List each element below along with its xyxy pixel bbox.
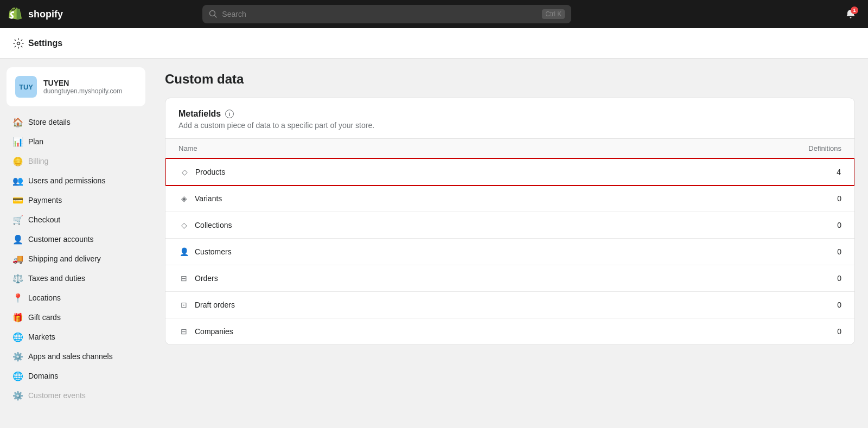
user-info: TUYEN duongtuyen.myshopify.com	[43, 79, 122, 95]
row-count-orders: 0	[837, 274, 841, 283]
main-content: Custom data Metafields i Add a custom pi…	[152, 59, 868, 428]
table-header: Name Definitions	[165, 139, 854, 158]
row-left-variants: ◈ Variants	[178, 193, 222, 204]
payments-icon: 💳	[13, 195, 23, 205]
sidebar-item-domains[interactable]: 🌐 Domains	[7, 367, 145, 385]
sidebar-item-label-gift-cards: Gift cards	[28, 313, 61, 322]
sidebar-item-label-apps-sales: Apps and sales channels	[28, 352, 113, 361]
sidebar-item-label-store-details: Store details	[28, 118, 71, 126]
card-header-subtitle: Add a custom piece of data to a specific…	[178, 121, 841, 130]
sidebar-item-plan[interactable]: 📊 Plan	[7, 132, 145, 151]
sidebar-item-label-billing: Billing	[28, 157, 48, 165]
info-icon[interactable]: i	[225, 110, 234, 118]
user-name: TUYEN	[43, 79, 122, 87]
sidebar-item-gift-cards[interactable]: 🎁 Gift cards	[7, 308, 145, 327]
table-row-draft-orders[interactable]: ⊡ Draft orders 0	[165, 292, 854, 318]
search-shortcut: Ctrl K	[542, 9, 565, 19]
sidebar-item-payments[interactable]: 💳 Payments	[7, 191, 145, 209]
top-navigation: shopify Ctrl K 1	[0, 0, 868, 28]
shipping-delivery-icon: 🚚	[13, 254, 23, 264]
row-label-draft-orders: Draft orders	[195, 301, 235, 309]
sidebar-item-label-checkout: Checkout	[28, 215, 60, 224]
locations-icon: 📍	[13, 293, 23, 303]
row-count-customers: 0	[837, 247, 841, 256]
page-title: Custom data	[165, 72, 855, 87]
shopify-logo[interactable]: shopify	[9, 7, 63, 22]
sidebar-item-customer-accounts[interactable]: 👤 Customer accounts	[7, 230, 145, 248]
products-icon: ◇	[179, 167, 190, 177]
notification-button[interactable]: 1	[842, 5, 859, 23]
collections-icon: ◇	[178, 220, 189, 231]
row-count-draft-orders: 0	[837, 301, 841, 309]
row-count-companies: 0	[837, 327, 841, 336]
row-label-orders: Orders	[195, 274, 218, 283]
search-bar[interactable]: Ctrl K	[202, 5, 571, 23]
sidebar-item-checkout[interactable]: 🛒 Checkout	[7, 210, 145, 229]
sidebar: TUY TUYEN duongtuyen.myshopify.com 🏠 Sto…	[0, 59, 152, 428]
apps-sales-icon: ⚙️	[13, 352, 23, 361]
draft-orders-icon: ⊡	[178, 299, 189, 310]
sidebar-item-markets[interactable]: 🌐 Markets	[7, 328, 145, 346]
sidebar-item-shipping-delivery[interactable]: 🚚 Shipping and delivery	[7, 250, 145, 268]
metafields-title: Metafields	[178, 109, 221, 119]
sidebar-item-label-plan: Plan	[28, 137, 43, 146]
user-email: duongtuyen.myshopify.com	[43, 87, 122, 95]
table-row-companies[interactable]: ⊟ Companies 0	[165, 318, 854, 344]
sidebar-item-users-permissions[interactable]: 👥 Users and permissions	[7, 171, 145, 190]
main-layout: TUY TUYEN duongtuyen.myshopify.com 🏠 Sto…	[0, 59, 868, 428]
sidebar-item-apps-sales[interactable]: ⚙️ Apps and sales channels	[7, 347, 145, 366]
sidebar-item-label-customer-accounts: Customer accounts	[28, 235, 94, 244]
sidebar-item-label-domains: Domains	[28, 372, 58, 380]
metafields-card: Metafields i Add a custom piece of data …	[165, 98, 855, 345]
search-input[interactable]	[222, 10, 538, 18]
customers-icon: 👤	[178, 246, 189, 257]
table-row-customers[interactable]: 👤 Customers 0	[165, 239, 854, 265]
row-label-variants: Variants	[195, 194, 222, 203]
settings-label: Settings	[28, 39, 62, 48]
sub-header: Settings	[0, 28, 868, 59]
sidebar-item-label-customer-events: Customer events	[28, 391, 86, 400]
sidebar-item-taxes-duties[interactable]: ⚖️ Taxes and duties	[7, 269, 145, 288]
column-name-header: Name	[178, 144, 197, 152]
checkout-icon: 🛒	[13, 215, 23, 225]
sidebar-item-label-shipping-delivery: Shipping and delivery	[28, 254, 101, 263]
card-header: Metafields i Add a custom piece of data …	[165, 98, 854, 139]
nav-list: 🏠 Store details 📊 Plan 🪙 Billing 👥 Users…	[7, 113, 145, 405]
sidebar-item-label-payments: Payments	[28, 196, 62, 205]
table-row-variants[interactable]: ◈ Variants 0	[165, 186, 854, 212]
users-permissions-icon: 👥	[13, 176, 23, 186]
billing-icon: 🪙	[13, 156, 23, 166]
sidebar-item-label-markets: Markets	[28, 333, 55, 341]
svg-line-1	[215, 16, 217, 18]
sidebar-item-customer-events: ⚙️ Customer events	[7, 386, 145, 405]
sidebar-item-store-details[interactable]: 🏠 Store details	[7, 113, 145, 131]
nav-right: 1	[842, 5, 859, 23]
row-left-companies: ⊟ Companies	[178, 326, 233, 337]
orders-icon: ⊟	[178, 273, 189, 284]
table-row-collections[interactable]: ◇ Collections 0	[165, 212, 854, 239]
user-card: TUY TUYEN duongtuyen.myshopify.com	[7, 67, 145, 106]
search-icon	[209, 10, 218, 18]
row-label-products: Products	[195, 168, 225, 176]
svg-point-2	[17, 42, 20, 44]
row-count-variants: 0	[837, 194, 841, 203]
shopify-logo-text: shopify	[28, 9, 63, 20]
taxes-duties-icon: ⚖️	[13, 273, 23, 283]
domains-icon: 🌐	[13, 371, 23, 381]
sidebar-item-billing: 🪙 Billing	[7, 152, 145, 170]
card-header-title: Metafields i	[178, 109, 841, 119]
table-row-orders[interactable]: ⊟ Orders 0	[165, 265, 854, 292]
table-rows-container: ◇ Products 4 ◈ Variants 0 ◇ Collections …	[165, 158, 854, 344]
row-left-draft-orders: ⊡ Draft orders	[178, 299, 235, 310]
settings-title: Settings	[13, 38, 62, 49]
row-label-companies: Companies	[195, 327, 233, 336]
customer-events-icon: ⚙️	[13, 391, 23, 400]
table-row-products[interactable]: ◇ Products 4	[165, 158, 855, 186]
customer-accounts-icon: 👤	[13, 234, 23, 244]
row-count-products: 4	[837, 168, 841, 176]
row-left-customers: 👤 Customers	[178, 246, 232, 257]
row-left-products: ◇ Products	[179, 167, 225, 177]
sidebar-item-locations[interactable]: 📍 Locations	[7, 289, 145, 307]
avatar: TUY	[15, 76, 37, 98]
markets-icon: 🌐	[13, 332, 23, 342]
